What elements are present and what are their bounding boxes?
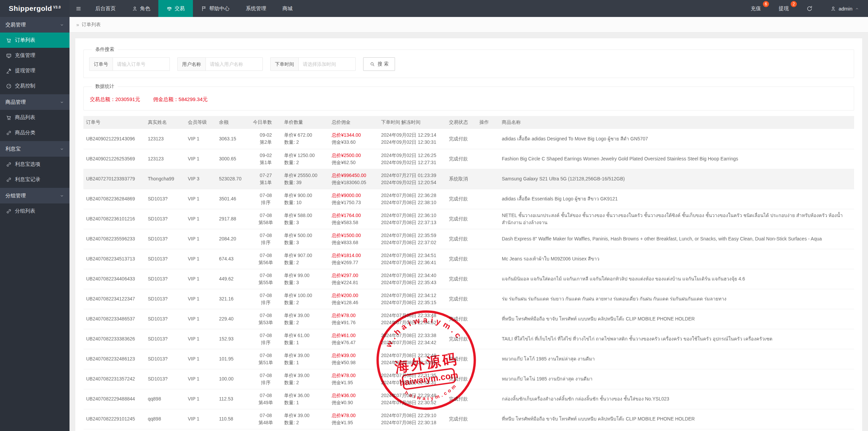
order-time-input[interactable] [299, 57, 356, 71]
sidebar-item-cart-0-0[interactable]: 订单列表 [0, 33, 70, 48]
table-row: UB2407082233486537SD1013?VIP 1229.4007-0… [83, 309, 854, 329]
cell-actions [477, 189, 499, 209]
app-title: Shippergold [9, 4, 52, 13]
sidebar-group-label: 分组管理 [5, 193, 26, 199]
cell-real-name: SD1013? [145, 209, 185, 229]
cell-line-1: 2024年07月27日 01:23:39 [381, 172, 443, 179]
refresh-icon [806, 5, 813, 12]
search-button[interactable]: 搜 索 [363, 57, 395, 71]
recharge-button[interactable]: 充值 6 [742, 0, 770, 17]
col-header: 订单号 [83, 116, 145, 129]
sidebar-group-2[interactable]: 商品管理 [0, 94, 70, 110]
sidebar-item-link-3-0[interactable]: 分组列表 [0, 203, 70, 219]
sidebar-item-link-1-1[interactable]: 商品分类 [0, 125, 70, 140]
table-row: UB2407270123393779Thongcha99VIP 3523028.… [83, 169, 854, 189]
cell-real-name: SD1013? [145, 349, 185, 369]
real-name: SD1013? [148, 316, 167, 321]
user-name-input[interactable] [206, 57, 263, 71]
cell-day-order-count: 07-27第1单 [250, 169, 281, 189]
cell-order-no: UB2409021229143096 [83, 129, 145, 149]
cell-line-1: 2024年09月02日 12:26:25 [381, 152, 443, 159]
cell-line-2: 数量: 2 [284, 139, 326, 146]
cell-total-commission: 总价¥39.00佣金¥50.98 [329, 349, 378, 369]
sidebar-item-label: 利息宝记录 [15, 176, 40, 183]
cell-line-2: 2024年07月08日 22:30:18 [381, 419, 443, 426]
cell-status: 完成付款 [446, 369, 477, 389]
cell-product-name: Fashion Big Circle C Shaped Earrings Wom… [499, 149, 854, 169]
sidebar-group-1[interactable]: 交易管理 [0, 17, 70, 33]
cell-vip-level: VIP 1 [185, 429, 216, 431]
sidebar-group-4[interactable]: 分组管理 [0, 188, 70, 203]
cell-real-name: SD1013? [145, 189, 185, 209]
cell-day-order-count: 07-08第58单 [250, 209, 281, 229]
sidebar-toggle-button[interactable] [70, 0, 87, 17]
refresh-button[interactable] [797, 0, 822, 17]
cell-product-name: TAILI ที่ใส่ไข่ไก่ ที่เก็บไข่ไก่ ที่ใส่ไ… [499, 329, 854, 349]
nav-item-4[interactable]: 帮助中心 [193, 0, 238, 17]
cell-line-2: 数量: 2 [284, 159, 326, 166]
order-no: UB2407082234406433 [86, 276, 135, 281]
cell-line-1: 2024年07月08日 22:34:12 [381, 292, 443, 299]
cell-vip-level: VIP 1 [185, 369, 216, 389]
status-text: 完成付款 [449, 316, 468, 321]
cell-line-1: 总价¥200.00 [332, 292, 376, 299]
cell-line-2: 数量: 1 [284, 359, 326, 366]
real-name: SD1013? [148, 256, 167, 261]
search-row: 订单号 用户名称 下单时间 搜 索 [89, 57, 848, 71]
table-row: UB2407082235596233SD1013?VIP 12084.2007-… [83, 229, 854, 249]
nav-item-2[interactable]: 角色 [124, 0, 158, 17]
cell-line-2: 数量: 10 [284, 199, 326, 206]
sidebar-group-3[interactable]: 利息宝 [0, 141, 70, 157]
cell-status: 完成付款 [446, 349, 477, 369]
cell-price-qty: 单价¥ 25550.00数量: 39 [281, 169, 329, 189]
sidebar-item-gavel-0-2[interactable]: 提现管理 [0, 63, 70, 78]
cell-times: 2024年07月08日 22:32:482024年07月08日 22:33:55 [378, 349, 446, 369]
cell-product-name: หมวกแก๊ป โลโก้ 1985 งานใหม่ล่าสุด งานดีม… [499, 349, 854, 369]
order-no-input[interactable] [113, 57, 170, 71]
cell-line-1: 09-02 [253, 132, 279, 139]
nav-item-1[interactable]: 后台首页 [87, 0, 124, 17]
cell-day-order-count: 07-08第51单 [250, 349, 281, 369]
order-no: UB2407082229101245 [86, 416, 135, 422]
cell-total-commission: 总价¥9000.00佣金¥1750.73 [329, 189, 378, 209]
cell-order-no: UB2407082234513713 [83, 249, 145, 269]
order-no: UB2407082236101216 [86, 216, 135, 221]
sidebar-item-cart-1-0[interactable]: 商品列表 [0, 110, 70, 125]
cell-status: 完成付款 [446, 229, 477, 249]
cell-status: 完成付款 [446, 289, 477, 309]
sidebar-item-link-2-0[interactable]: 利息宝选项 [0, 157, 70, 172]
sidebar-group-label: 交易管理 [5, 22, 26, 28]
cell-line-2: 排序 [253, 299, 279, 306]
sidebar-item-link-2-1[interactable]: 利息宝记录 [0, 172, 70, 187]
cell-product-name: Mc Jeans รองเท้าผ้าใบ M09Z006 Unisex สีข… [499, 249, 854, 269]
cell-line-1: 07-08 [253, 292, 279, 299]
vip-level: VIP 1 [188, 296, 199, 301]
withdraw-button[interactable]: 提现 2 [770, 0, 797, 17]
user-menu[interactable]: admin [822, 0, 868, 17]
cell-total-commission: 总价¥78.00佣金¥1.95 [329, 409, 378, 429]
sidebar-item-label: 商品列表 [15, 114, 35, 121]
cart-icon [6, 38, 12, 43]
cell-product-name: ที่หนีบ โทรศัพท์มือถือ ขาจับ โทรศัพท์ แบ… [499, 309, 854, 329]
order-no: UB2407082236284869 [86, 196, 135, 201]
order-no: UB2409021229143096 [86, 136, 135, 141]
chevron-icon [60, 100, 64, 104]
nav-item-3[interactable]: 交易 [158, 0, 193, 17]
cell-total-commission: 总价¥1344.00佣金¥33.60 [329, 129, 378, 149]
sidebar-item-gauge-0-3[interactable]: 交易控制 [0, 78, 70, 94]
nav-item-6[interactable]: 商城 [274, 0, 301, 17]
nav-item-5[interactable]: 系统管理 [238, 0, 274, 17]
cell-line-1: 总价¥9000.00 [332, 192, 376, 199]
cell-total-commission: 总价¥1500.00佣金¥833.68 [329, 229, 378, 249]
cell-line-1: 07-27 [253, 172, 279, 179]
cell-line-1: 总价¥1814.00 [332, 252, 376, 259]
cell-line-2: 佣金¥583.58 [332, 219, 376, 226]
real-name: 123123 [148, 136, 164, 141]
cell-price-qty: 单价¥ 900.00数量: 10 [281, 189, 329, 209]
real-name: SD1013? [148, 276, 167, 281]
col-header: 余额 [216, 116, 250, 129]
sidebar-item-card-0-1[interactable]: 充值管理 [0, 48, 70, 63]
cell-actions [477, 309, 499, 329]
cell-line-1: 总价¥297.00 [332, 272, 376, 279]
person-icon [830, 6, 836, 12]
